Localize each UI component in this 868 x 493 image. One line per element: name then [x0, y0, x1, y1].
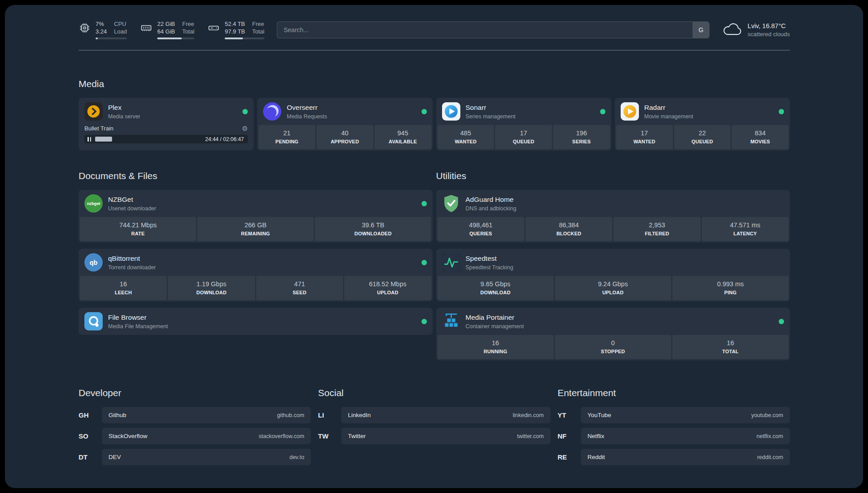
stat-downloaded: 39.6 TB DOWNLOADED: [315, 217, 431, 241]
status-indicator: [600, 109, 605, 114]
dashboard-content: 7% CPU 3.24 Load 22: [5, 5, 863, 470]
bookmark-link-stackoverflow[interactable]: StackOverflow stackoverflow.com: [102, 428, 311, 444]
nzbget-icon: nzbget: [84, 194, 103, 213]
status-indicator: [779, 319, 784, 324]
section-title-social: Social: [318, 386, 550, 400]
cpu-widget: 7% CPU 3.24 Load: [79, 20, 127, 39]
bookmark-link-youtube[interactable]: YouTube youtube.com: [581, 407, 790, 423]
service-meta: Plex Media server: [108, 103, 140, 120]
service-stats: 21 PENDING 40 APPROVED 945 AVAILABLE: [257, 125, 432, 150]
stat-upload: 9.24 Gbps UPLOAD: [555, 276, 671, 300]
bookmark-youtube: YT YouTube youtube.com: [558, 407, 790, 423]
bookmark-link-twitter[interactable]: Twitter twitter.com: [341, 428, 550, 444]
bookmark-link-dev[interactable]: DEV dev.to: [102, 449, 311, 465]
bookmark-abbr: DT: [79, 453, 102, 461]
service-description: Torrent downloader: [108, 264, 156, 271]
service-meta: qBittorrent Torrent downloader: [108, 254, 156, 271]
service-name: Media Portainer: [466, 313, 524, 322]
search-bar: G: [277, 21, 709, 38]
memory-free-label: Free: [182, 20, 194, 28]
stat-remaining: 266 GB REMAINING: [197, 217, 313, 241]
bookmark-abbr: YT: [558, 411, 581, 419]
bookmark-link-github[interactable]: Github github.com: [102, 407, 311, 423]
service-card-filebrowser: File Browser Media File Management: [79, 308, 433, 335]
plex-icon: [84, 102, 103, 121]
bookmark-group-developer: Developer GH Github github.com SO StackO…: [79, 386, 311, 470]
cpu-progress-bar: [96, 38, 127, 39]
status-indicator: [421, 319, 427, 324]
portainer-icon: [442, 312, 460, 330]
memory-free-value: 22 GiB: [157, 20, 175, 28]
service-link-adguard[interactable]: AdGuard Home DNS and adblocking: [436, 190, 790, 217]
service-stats: 485 WANTED 17 QUEUED 196 SERIES: [436, 125, 611, 150]
service-link-radarr[interactable]: Radarr Movie management: [615, 98, 790, 125]
stat-leech: 16 LEECH: [80, 276, 167, 300]
playback-bar: 24:44 / 02:06:47: [84, 135, 248, 143]
stat-filtered: 2,953 FILTERED: [613, 217, 700, 241]
stat-ping: 0.993 ms PING: [672, 276, 789, 300]
stat-wanted: 17 WANTED: [616, 125, 673, 149]
service-link-plex[interactable]: Plex Media server: [79, 98, 254, 125]
adguard-icon: [442, 194, 460, 213]
weather-location: Lviv, 16.87°C: [747, 22, 790, 30]
stat-stopped: 0 STOPPED: [555, 335, 671, 359]
plex-now-playing: Bullet Train ⚙ 24:44 / 02:06:47: [79, 125, 254, 148]
service-card-radarr: Radarr Movie management 17 WANTED 22 QUE…: [615, 98, 790, 150]
memory-icon: [140, 22, 152, 34]
bookmark-link-netflix[interactable]: Netflix netflix.com: [581, 428, 790, 444]
service-card-plex: Plex Media server Bullet Train ⚙: [79, 98, 254, 150]
section-title-media: Media: [79, 77, 790, 91]
service-meta: Radarr Movie management: [644, 103, 693, 120]
service-link-speedtest[interactable]: Speedtest Speedtest Tracking: [436, 249, 790, 276]
service-meta: AdGuard Home DNS and adblocking: [466, 195, 517, 212]
service-link-filebrowser[interactable]: File Browser Media File Management: [79, 308, 433, 335]
section-documents: Documents & Files nzbget NZBGet Usenet d…: [79, 169, 433, 335]
service-name: File Browser: [108, 313, 168, 322]
disk-total-label: Total: [252, 28, 264, 35]
pause-button[interactable]: [87, 136, 92, 142]
stat-queued: 22 QUEUED: [674, 125, 731, 149]
stat-download: 9.65 Gbps DOWNLOAD: [438, 276, 554, 300]
stat-running: 16 RUNNING: [438, 335, 554, 359]
gear-icon[interactable]: ⚙: [242, 125, 248, 132]
service-name: Plex: [108, 103, 140, 112]
stat-queries: 498,461 QUERIES: [438, 217, 524, 241]
service-link-sonarr[interactable]: Sonarr Series management: [436, 98, 611, 125]
service-meta: Sonarr Series management: [466, 103, 516, 120]
service-card-overseerr: Overseerr Media Requests 21 PENDING 40 A…: [257, 98, 432, 150]
cloud-icon: [722, 23, 742, 37]
memory-progress-bar: [157, 38, 194, 39]
svg-text:nzbget: nzbget: [87, 201, 100, 206]
stat-rate: 744.21 Mbps RATE: [80, 217, 196, 241]
section-title-utilities: Utilities: [436, 169, 790, 183]
filebrowser-icon: [84, 312, 103, 330]
service-card-speedtest: Speedtest Speedtest Tracking 9.65 Gbps D…: [436, 249, 790, 301]
bookmark-abbr: LI: [318, 411, 341, 419]
service-description: Movie management: [644, 113, 693, 120]
search-input[interactable]: [277, 21, 709, 38]
service-link-overseerr[interactable]: Overseerr Media Requests: [257, 98, 432, 125]
topbar-divider: [79, 50, 790, 50]
disk-free-value: 52.4 TB: [225, 20, 245, 28]
service-link-nzbget[interactable]: nzbget NZBGet Usenet downloader: [79, 190, 433, 217]
bookmark-group-social: Social LI LinkedIn linkedin.com TW Twitt…: [318, 386, 550, 449]
stat-movies: 834 MOVIES: [732, 125, 789, 149]
bookmark-abbr: SO: [79, 432, 102, 440]
service-link-portainer[interactable]: Media Portainer Container management: [436, 308, 790, 335]
stat-wanted: 485 WANTED: [438, 125, 494, 149]
stat-total: 16 TOTAL: [672, 335, 789, 359]
cpu-icon: [79, 22, 91, 34]
service-stats: 9.65 Gbps DOWNLOAD 9.24 Gbps UPLOAD 0.99…: [436, 276, 790, 301]
memory-readout: 22 GiB Free 64 GiB Total: [157, 20, 194, 39]
bookmark-link-linkedin[interactable]: LinkedIn linkedin.com: [341, 407, 550, 423]
svg-text:qb: qb: [90, 259, 98, 266]
service-meta: Overseerr Media Requests: [287, 103, 327, 120]
service-description: Series management: [466, 113, 516, 120]
bookmark-link-reddit[interactable]: Reddit reddit.com: [581, 449, 790, 465]
bookmark-abbr: NF: [558, 432, 581, 440]
service-meta: Speedtest Speedtest Tracking: [466, 254, 513, 271]
search-provider-button[interactable]: G: [693, 22, 709, 38]
bookmark-github: GH Github github.com: [79, 407, 311, 423]
playback-progress-track: [95, 137, 202, 142]
service-link-qbittorrent[interactable]: qb qBittorrent Torrent downloader: [79, 249, 433, 276]
